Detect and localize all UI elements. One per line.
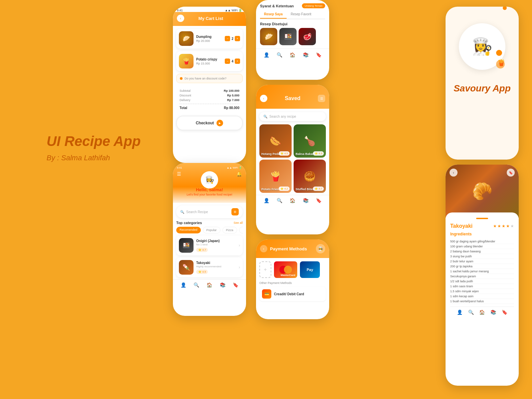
food-thumb-3: 🥩 bbox=[299, 28, 316, 45]
search-left: 🔍 Search Recipe bbox=[180, 210, 208, 214]
nav-book-7[interactable]: 📚 bbox=[490, 310, 496, 315]
food-thumbnails: 🥟 🍱 🥩 bbox=[260, 28, 325, 45]
recipe-tab-row: Resep Saya Resep Favorit bbox=[260, 10, 325, 19]
filter-icon[interactable]: ⊞ bbox=[231, 208, 239, 215]
recipe-info-2: Takoyaki Highly recommended ⭐ 4.5 bbox=[196, 261, 239, 274]
nav-search-4[interactable]: 🔍 bbox=[194, 282, 199, 288]
ingredient-12: 1 sdm kecap asin bbox=[450, 294, 514, 299]
discount-row[interactable]: Do you have an discount code? bbox=[176, 74, 243, 83]
nav-book-4[interactable]: 📚 bbox=[220, 282, 225, 288]
qty-minus-2[interactable]: − bbox=[225, 59, 230, 64]
star-5: ★ bbox=[510, 224, 514, 228]
greeting-sub: Let's find your favorite food recipe! bbox=[177, 193, 242, 196]
phone-recipe-detail: 🥐 ‹ 🔖 Takoyaki ★ ★ ★ ★ ★ Ingredients 500… bbox=[446, 165, 519, 386]
nav-person-4[interactable]: 👤 bbox=[181, 282, 186, 288]
nav-home-7[interactable]: 🏠 bbox=[479, 310, 485, 315]
nav-home-3[interactable]: 🏠 bbox=[290, 198, 295, 203]
nav-search-7[interactable]: 🔍 bbox=[468, 310, 474, 315]
discount-text: Do you have an discount code? bbox=[185, 77, 226, 80]
saved-food-1[interactable]: 🌭 Hotang Pedas ⭐ 4.5 bbox=[259, 124, 292, 158]
nav-book-2[interactable]: 📚 bbox=[303, 52, 309, 58]
home-search-row[interactable]: 🔍 Search Recipe ⊞ bbox=[176, 205, 243, 218]
nav-book-3[interactable]: 📚 bbox=[303, 198, 309, 203]
chef-emoji: 👩‍🍳 bbox=[472, 37, 492, 56]
qty-plus-1[interactable]: + bbox=[235, 36, 240, 41]
payment-back-button[interactable]: ‹ bbox=[260, 245, 267, 252]
delivery-row: Delivery Rp 7.000 bbox=[180, 98, 239, 102]
orange-dot-2 bbox=[496, 60, 505, 68]
nav-person-7[interactable]: 👤 bbox=[457, 310, 463, 315]
chip-pizza[interactable]: Pizza bbox=[222, 227, 237, 233]
qty-plus-2[interactable]: + bbox=[235, 59, 240, 64]
saved-back-button[interactable]: ‹ bbox=[260, 95, 267, 102]
recipe-info-1: Onigiri (Japan) No 1 best ⭐ 4.7 bbox=[196, 239, 239, 252]
nav-bookmark-2[interactable]: 🔖 bbox=[316, 52, 322, 58]
chip-recommended[interactable]: Recomended bbox=[176, 227, 201, 233]
saved-food-4[interactable]: 🥮 Stuffed Bites ⭐ 4.7 bbox=[294, 160, 326, 193]
checkout-button[interactable]: Checkout ▶ bbox=[176, 116, 243, 130]
credit-icon: 💳 bbox=[262, 289, 271, 299]
nav-bookmark-3[interactable]: 🔖 bbox=[316, 198, 322, 203]
credit-debit-row[interactable]: 💳 Creadit/ Debit Card bbox=[259, 287, 326, 301]
nav-person-3[interactable]: 👤 bbox=[264, 198, 269, 203]
other-payment-label: Other Payment Methods bbox=[259, 281, 326, 285]
saved-food-2[interactable]: 🍗 Baksa Bakar ⭐ 4.3 bbox=[294, 124, 326, 158]
nav-bookmark-7[interactable]: 🔖 bbox=[502, 310, 507, 315]
dumpling-image: 🥟 bbox=[179, 31, 194, 46]
recipe-item-2[interactable]: 🍡 Takoyaki Highly recommended ⭐ 4.5 › bbox=[176, 257, 243, 277]
search-icon-home: 🔍 bbox=[180, 210, 184, 214]
star-3: ★ bbox=[502, 224, 505, 228]
tab-resep-saya[interactable]: Resep Saya bbox=[260, 10, 287, 19]
chip-popular[interactable]: Popular bbox=[203, 227, 220, 233]
detail-bookmark-button[interactable]: 🔖 bbox=[507, 169, 515, 177]
add-card-button[interactable]: + bbox=[259, 261, 271, 278]
undang-button[interactable]: Undang Teman bbox=[302, 3, 325, 8]
mc-circle-2 bbox=[284, 266, 292, 274]
search-icon: 🔍 bbox=[263, 115, 267, 118]
ingredient-10: 1 sdm saos tiram bbox=[450, 284, 514, 289]
see-all-link[interactable]: See all bbox=[233, 221, 243, 224]
hamburger-icon[interactable]: ☰ bbox=[177, 171, 181, 177]
payment-title: Payment Methods bbox=[270, 246, 313, 251]
nav-search-2[interactable]: 🔍 bbox=[277, 52, 282, 58]
phone-home: 9:41 ▲▲ WiFi 🔋 ☰ 🔔 👩‍🍳 Hello, Salma! Let… bbox=[173, 163, 246, 316]
chip-dumplings[interactable]: Dumplings bbox=[239, 227, 243, 233]
total-row: Total Rp 88.000 bbox=[180, 106, 239, 110]
saved-search-bar[interactable]: 🔍 Search any recipe bbox=[259, 112, 326, 121]
qty-minus-1[interactable]: − bbox=[225, 36, 230, 41]
qty-num-1: 2 bbox=[231, 37, 233, 41]
search-placeholder: Search any recipe bbox=[269, 115, 296, 118]
ingredient-3: 2 batang daun bawang bbox=[450, 249, 514, 254]
home-status: 9:41 ▲▲ WiFi 🔋 bbox=[177, 166, 242, 169]
ingredient-6: 200 gr tp.tapioka bbox=[450, 264, 514, 269]
splash-content: 👩‍🍳 🍟 Savoury App bbox=[446, 7, 519, 160]
phone-splash: 👩‍🍳 🍟 Savoury App bbox=[446, 7, 519, 160]
saved-food-3[interactable]: 🍟 Potato Fries ⭐ 4.2 bbox=[259, 160, 292, 193]
qty-controls-1: − 2 + bbox=[225, 36, 240, 41]
paypal-card[interactable]: Pay bbox=[300, 261, 320, 278]
mastercard-card[interactable]: MasterCard bbox=[274, 261, 297, 278]
potato-info: Potato crispy Rp 15.000 bbox=[196, 58, 222, 65]
nav-person-2[interactable]: 👤 bbox=[264, 52, 269, 58]
nav-bookmark-4[interactable]: 🔖 bbox=[233, 282, 238, 288]
tab-resep-favorit[interactable]: Resep Favorit bbox=[287, 10, 315, 19]
back-button[interactable]: ‹ bbox=[177, 15, 184, 22]
nav-home-4[interactable]: 🏠 bbox=[206, 282, 212, 288]
home-signal: ▲▲ WiFi 🔋 bbox=[227, 166, 242, 169]
checkout-label: Checkout bbox=[196, 121, 214, 125]
potato-image: 🍟 bbox=[179, 54, 194, 68]
payment-header: ‹ Payment Methods 👩‍🍳 bbox=[256, 239, 329, 258]
discount-summary-row: Discount Rp 5.000 bbox=[180, 94, 239, 97]
detail-back-button[interactable]: ‹ bbox=[450, 169, 458, 177]
food-thumb-2: 🍱 bbox=[279, 28, 297, 45]
bell-icon[interactable]: 🔔 bbox=[236, 171, 242, 177]
syarat-label: Syarat & Ketentuan bbox=[260, 4, 294, 8]
recipe-item-1[interactable]: 🍱 Onigiri (Japan) No 1 best ⭐ 4.7 › bbox=[176, 235, 243, 255]
nav-search-3[interactable]: 🔍 bbox=[277, 198, 282, 203]
menu-icon[interactable]: ☰ bbox=[318, 95, 325, 102]
dumpling-price: Rp 20.000 bbox=[196, 39, 222, 43]
handle-bar bbox=[476, 218, 488, 219]
nav-home-2[interactable]: 🏠 bbox=[290, 52, 295, 58]
delivery-label: Delivery bbox=[180, 98, 191, 102]
dumpling-info: Dumpling Rp 20.000 bbox=[196, 35, 222, 43]
